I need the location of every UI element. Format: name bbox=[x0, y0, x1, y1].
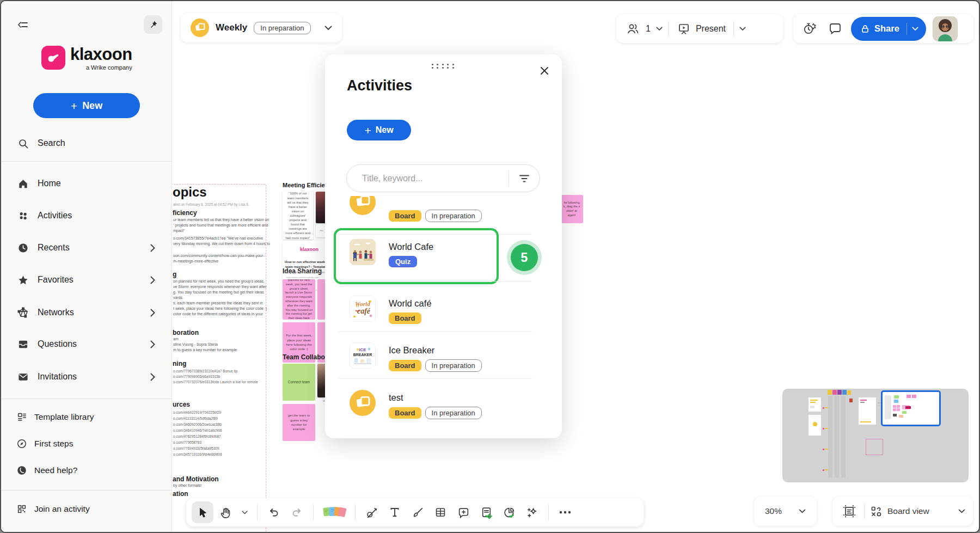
shapes-pen-button[interactable] bbox=[361, 501, 383, 523]
board-text: am bbox=[173, 337, 179, 341]
select-tool-button[interactable] bbox=[192, 501, 213, 523]
undo-icon bbox=[268, 506, 280, 518]
sidebar-item-need-help[interactable]: Need help? bbox=[1, 460, 171, 481]
minimap-mark bbox=[860, 402, 865, 403]
timer-button[interactable] bbox=[800, 19, 819, 39]
minimap-mark bbox=[813, 422, 817, 426]
view-control: Board view bbox=[832, 497, 973, 526]
comments-button[interactable] bbox=[826, 20, 844, 38]
present-button[interactable]: Present bbox=[696, 24, 726, 34]
pie-chart-check-icon bbox=[503, 506, 516, 519]
filter-button[interactable] bbox=[509, 174, 540, 183]
avatar[interactable] bbox=[933, 16, 958, 41]
activity-title: World Cafe bbox=[389, 242, 433, 252]
sidebar-new-button[interactable]: + New bbox=[33, 93, 140, 118]
board-text: o.com/341573855/7e4acb17ee "We've had ex… bbox=[173, 236, 263, 241]
sticky-notes-button[interactable] bbox=[319, 501, 350, 523]
undo-button[interactable] bbox=[263, 501, 285, 523]
chevron-right-icon bbox=[150, 276, 155, 284]
comment-tool-button[interactable] bbox=[452, 501, 474, 523]
sidebar-item-activities[interactable]: Activities bbox=[1, 204, 171, 228]
sidebar-item-favorites[interactable]: Favorites bbox=[1, 268, 171, 292]
table-tool-button[interactable] bbox=[430, 501, 451, 523]
survey-tool-button[interactable] bbox=[475, 501, 497, 523]
drag-handle-icon[interactable] bbox=[432, 64, 456, 69]
chevron-down-icon[interactable] bbox=[324, 26, 332, 30]
board-view-icon bbox=[870, 505, 882, 517]
board-text: ation bbox=[173, 491, 188, 498]
share-chevron-icon[interactable] bbox=[912, 27, 918, 31]
board-icon bbox=[191, 19, 209, 37]
sidebar-item-invitations[interactable]: Invitations bbox=[1, 365, 171, 389]
svg-text:BREAKER: BREAKER bbox=[353, 353, 372, 357]
view-chevron-icon[interactable] bbox=[958, 509, 965, 513]
svg-text:ICE: ICE bbox=[359, 347, 366, 352]
board-text: very Monday morning. We cut them down fr… bbox=[173, 242, 270, 246]
table-icon bbox=[434, 506, 446, 518]
board-text: Good weekly team meetings are key t... bbox=[284, 271, 329, 274]
board-text: klaxoon bbox=[300, 247, 318, 253]
sidebar-item-home[interactable]: Home bbox=[1, 171, 171, 195]
board-text: g. You stay focused on the meeting but g… bbox=[173, 290, 264, 295]
sidebar-item-questions[interactable]: Questions bbox=[1, 332, 171, 356]
minimap-mark bbox=[866, 439, 883, 455]
chevron-right-icon bbox=[150, 309, 155, 317]
zoom-chevron-icon[interactable] bbox=[799, 509, 806, 513]
klaxoon-logo[interactable]: klaxoon a Wrike company bbox=[41, 46, 132, 71]
text-tool-button[interactable] bbox=[384, 501, 406, 523]
frames-button[interactable] bbox=[840, 502, 859, 520]
minimap-mark bbox=[849, 399, 853, 402]
cursor-icon bbox=[197, 506, 209, 518]
collapse-sidebar-icon[interactable] bbox=[16, 19, 29, 32]
board-text: o.com/4762951284f6fc89db87 bbox=[173, 434, 221, 438]
board-text: o.com/779058783 bbox=[173, 440, 201, 444]
star-icon bbox=[17, 274, 29, 286]
board-text: m-meetings-more-effective bbox=[173, 259, 218, 264]
ai-assistant-button[interactable] bbox=[521, 501, 543, 523]
pan-tool-button[interactable] bbox=[215, 501, 236, 523]
close-icon[interactable] bbox=[538, 64, 551, 77]
sticky-note: he following k, drag the s older! at aga… bbox=[560, 195, 583, 223]
activity-title: World café bbox=[389, 298, 432, 309]
board-text: o.com/446422919/709225bf29 bbox=[173, 411, 221, 414]
board-text: vards. bbox=[173, 296, 183, 300]
minimap-mark bbox=[828, 396, 832, 477]
pan-tool-chevron[interactable] bbox=[237, 501, 252, 523]
zoom-control[interactable]: 30% bbox=[754, 497, 817, 526]
more-tools-button[interactable] bbox=[554, 501, 576, 523]
minimap-mark bbox=[860, 421, 871, 422]
sidebar-item-template-library[interactable]: Template library bbox=[1, 406, 171, 428]
new-activity-button[interactable]: + New bbox=[347, 120, 411, 140]
board-text: ning bbox=[173, 360, 186, 367]
sidebar-item-recents[interactable]: Recents bbox=[1, 236, 171, 260]
activity-search-input[interactable] bbox=[361, 173, 509, 184]
sidebar-item-join-activity[interactable]: Join an activity bbox=[1, 497, 171, 521]
sidebar-item-networks[interactable]: Networks bbox=[1, 301, 171, 324]
sidebar: klaxoon a Wrike company + New Search Hom… bbox=[1, 1, 172, 532]
minimap[interactable] bbox=[782, 389, 969, 482]
pin-sidebar-button[interactable] bbox=[144, 15, 162, 34]
activity-title: test bbox=[389, 393, 403, 403]
draw-tool-button[interactable] bbox=[407, 501, 428, 523]
comment-plus-icon bbox=[457, 506, 470, 519]
minimap-mark bbox=[897, 405, 900, 408]
present-chevron-icon[interactable] bbox=[739, 27, 746, 31]
minimap-mark bbox=[894, 400, 898, 403]
minimap-mark bbox=[893, 405, 896, 408]
minimap-mark bbox=[810, 406, 814, 408]
board-text: o.com/346092006/2cedcac38b bbox=[173, 422, 222, 426]
sticky-note: Connect team bbox=[283, 364, 315, 401]
network-icon bbox=[17, 307, 29, 318]
qr-code-icon bbox=[16, 504, 27, 514]
board-text: ficiency bbox=[173, 210, 197, 217]
minimap-mark bbox=[893, 414, 897, 416]
share-button[interactable]: Share bbox=[851, 17, 926, 41]
poll-tool-button[interactable] bbox=[498, 501, 520, 523]
activity-status-badge: In preparation bbox=[425, 407, 482, 419]
board-view-button[interactable]: Board view bbox=[870, 505, 929, 517]
redo-button[interactable] bbox=[286, 501, 308, 523]
sidebar-search[interactable]: Search bbox=[1, 131, 171, 155]
participants-chevron-icon[interactable] bbox=[656, 27, 663, 31]
sidebar-item-first-steps[interactable]: First steps bbox=[1, 433, 171, 455]
board-title-pill[interactable]: Weekly In preparation bbox=[181, 13, 342, 42]
